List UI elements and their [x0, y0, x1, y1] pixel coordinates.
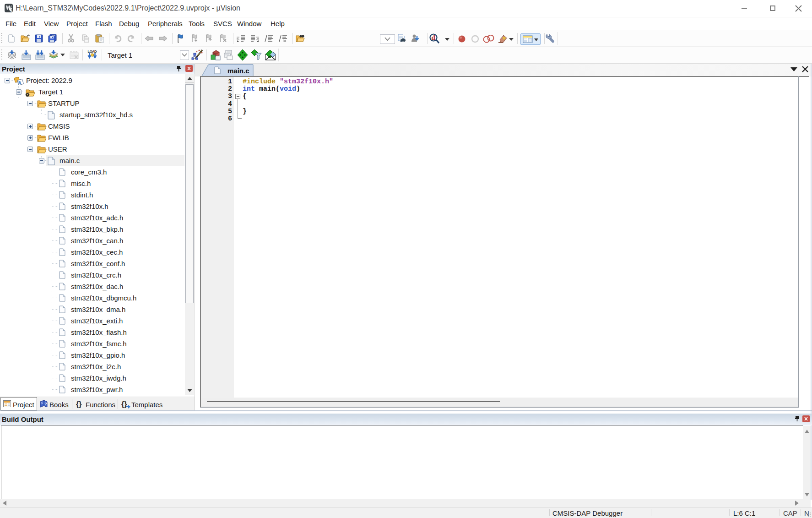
- svg-text:LOAD: LOAD: [88, 49, 97, 54]
- svg-text:5: 5: [11, 9, 12, 12]
- svg-text:d: d: [432, 34, 436, 41]
- svg-text:?: ?: [44, 402, 47, 406]
